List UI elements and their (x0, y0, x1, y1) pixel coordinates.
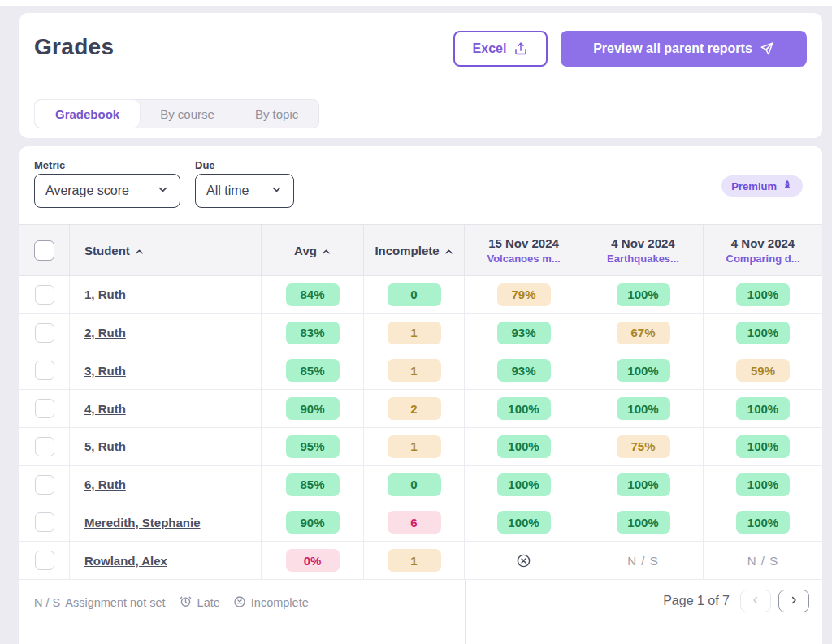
score-cell: 2 (364, 390, 465, 427)
tab-by-topic[interactable]: By topic (235, 100, 318, 128)
score-cell: 6 (364, 504, 465, 542)
score-cell: 0% (262, 542, 364, 579)
student-cell: 3, Ruth (70, 352, 262, 390)
page-title: Grades (34, 34, 114, 60)
score-pill: 0% (286, 549, 340, 572)
row-checkbox-cell (20, 314, 70, 352)
table-row: 4, Ruth90%2100%100%100% (20, 390, 822, 428)
score-cell: 1 (364, 428, 465, 465)
preview-parent-reports-button[interactable]: Preview all parent reports (561, 31, 807, 67)
student-link[interactable]: 1, Ruth (84, 287, 126, 301)
prev-page-button[interactable] (740, 590, 771, 612)
score-pill: 100% (617, 397, 670, 420)
legend-not-set: N / S Assignment not set (34, 596, 166, 609)
row-checkbox[interactable] (35, 512, 54, 532)
pagination: Page 1 of 7 (663, 590, 809, 612)
table-row: 6, Ruth85%0100%100%100% (20, 466, 822, 504)
student-cell: 5, Ruth (70, 428, 262, 465)
score-pill: 100% (617, 359, 670, 382)
next-page-button[interactable] (778, 590, 809, 612)
row-checkbox[interactable] (35, 475, 54, 495)
sort-header-avg[interactable]: Avg (294, 244, 331, 257)
row-checkbox[interactable] (35, 361, 54, 380)
score-cell: 90% (262, 390, 364, 427)
row-checkbox-cell (20, 390, 70, 427)
score-cell: 100% (583, 276, 704, 313)
row-checkbox[interactable] (35, 551, 54, 570)
column-header-incomplete: Incomplete (364, 225, 465, 275)
assignment-column-header: 4 Nov 2024Comparing d... (726, 236, 800, 265)
legend: N / S Assignment not set Late Incomplete (34, 594, 309, 611)
assignment-column-header: 4 Nov 2024Earthquakes... (607, 236, 679, 265)
score-cell: 100% (583, 352, 704, 390)
metric-select-value: Average score (46, 184, 129, 198)
assignment-link[interactable]: Volcanoes m... (487, 253, 560, 265)
header-card: Grades Excel Preview all parent reports … (20, 13, 822, 138)
score-pill: 75% (617, 435, 670, 458)
score-pill: 93% (497, 359, 551, 382)
row-checkbox[interactable] (35, 285, 54, 305)
due-select[interactable]: All time (195, 174, 294, 208)
tab-gradebook[interactable]: Gradebook (35, 100, 140, 128)
score-pill: 100% (497, 473, 551, 496)
assignment-link[interactable]: Comparing d... (726, 253, 800, 265)
sort-header-student[interactable]: Student (84, 244, 144, 257)
score-pill: 93% (497, 322, 551, 344)
column-header-earthquakes: 4 Nov 2024Earthquakes... (583, 225, 704, 275)
row-checkbox[interactable] (35, 437, 54, 456)
student-link[interactable]: 4, Ruth (84, 402, 126, 416)
score-pill: 100% (736, 397, 790, 420)
score-cell: 100% (465, 390, 583, 427)
metric-select[interactable]: Average score (34, 174, 180, 208)
chevron-down-icon (157, 184, 169, 199)
score-pill: 2 (388, 397, 441, 420)
student-link[interactable]: 6, Ruth (84, 478, 126, 491)
score-pill: 0 (388, 283, 441, 306)
excel-export-button[interactable]: Excel (453, 31, 548, 67)
row-checkbox-cell (20, 428, 70, 465)
assignment-link[interactable]: Earthquakes... (607, 253, 679, 265)
ns-abbrev: N / S (34, 596, 60, 609)
row-checkbox[interactable] (35, 399, 54, 418)
assignment-column-header: 15 Nov 2024Volcanoes m... (487, 236, 560, 265)
not-set-value: N / S (748, 554, 778, 568)
row-checkbox-cell (20, 466, 70, 504)
assignment-date: 4 Nov 2024 (611, 236, 674, 250)
student-link[interactable]: 5, Ruth (84, 439, 126, 453)
score-cell: 100% (465, 504, 583, 542)
score-cell: 90% (262, 504, 364, 542)
student-cell: 2, Ruth (70, 314, 262, 352)
tab-by-course[interactable]: By course (140, 100, 235, 128)
score-pill: 1 (388, 435, 441, 458)
student-link[interactable]: 2, Ruth (84, 326, 126, 339)
student-link[interactable]: 3, Ruth (84, 364, 126, 378)
student-cell: Meredith, Stephanie (70, 504, 262, 542)
ns-label: Assignment not set (65, 596, 165, 609)
score-cell: 1 (364, 352, 465, 390)
score-cell: 100% (465, 466, 583, 504)
student-link[interactable]: Meredith, Stephanie (84, 516, 201, 529)
row-checkbox[interactable] (35, 323, 54, 343)
select-all-checkbox[interactable] (34, 240, 54, 261)
row-checkbox-cell (20, 276, 70, 313)
student-link[interactable]: Rowland, Alex (84, 554, 167, 568)
score-pill: 100% (497, 511, 551, 534)
sort-header-incomplete[interactable]: Incomplete (375, 244, 453, 257)
score-cell: 100% (583, 504, 704, 542)
table-body: 1, Ruth84%079%100%100%2, Ruth83%193%67%1… (20, 276, 822, 580)
score-pill: 79% (497, 283, 551, 306)
score-pill: 100% (617, 511, 670, 534)
due-filter-label: Due (195, 159, 215, 171)
top-strip (0, 0, 832, 6)
premium-badge-label: Premium (731, 180, 777, 192)
premium-badge[interactable]: Premium (722, 175, 803, 197)
score-cell: 75% (583, 428, 704, 465)
score-pill: 100% (736, 283, 790, 306)
student-cell: 1, Ruth (70, 276, 262, 313)
student-cell: 4, Ruth (70, 390, 262, 427)
score-pill: 1 (388, 322, 441, 344)
preview-button-label: Preview all parent reports (593, 41, 752, 56)
score-cell: 0 (364, 276, 465, 313)
column-header-volcanoes-m: 15 Nov 2024Volcanoes m... (465, 225, 583, 275)
assignment-date: 4 Nov 2024 (731, 236, 795, 250)
